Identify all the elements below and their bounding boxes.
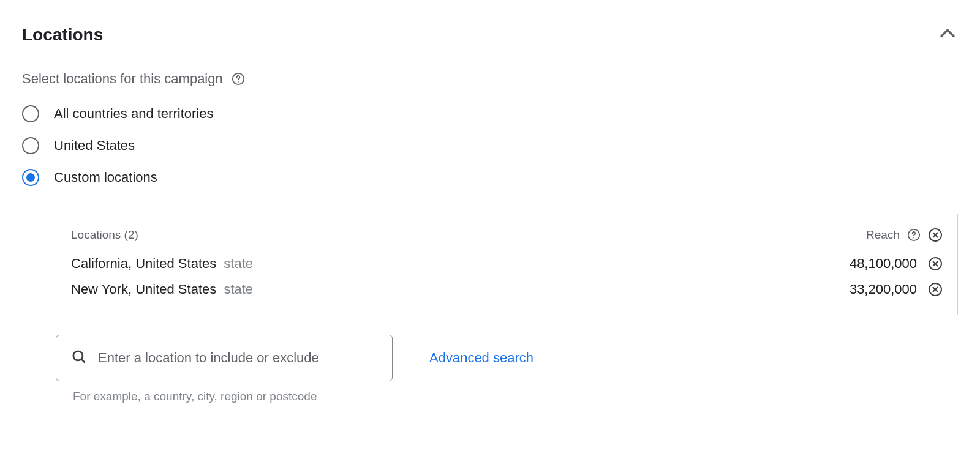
locations-box-header: Locations (2) Reach [71, 228, 943, 242]
place-type: state [224, 256, 253, 271]
reach-label: Reach [866, 228, 900, 242]
radio-circle-icon [22, 105, 39, 122]
search-hint: For example, a country, city, region or … [56, 390, 958, 403]
svg-point-1 [238, 81, 239, 83]
radio-circle-selected-icon [22, 169, 39, 186]
location-row: California, United States state 48,100,0… [71, 251, 943, 277]
place-name: California, United States [71, 256, 216, 271]
section-subtitle: Select locations for this campaign [22, 71, 223, 87]
location-search-input[interactable]: Enter a location to include or exclude [56, 335, 393, 381]
radio-all-countries[interactable]: All countries and territories [22, 105, 958, 122]
reach-value: 33,200,000 [850, 281, 917, 297]
radio-group: All countries and territories United Sta… [22, 105, 958, 186]
advanced-search-link[interactable]: Advanced search [429, 350, 533, 366]
search-placeholder: Enter a location to include or exclude [98, 350, 319, 366]
reach-value-group: 48,100,000 [850, 256, 943, 272]
reach-value: 48,100,000 [850, 256, 917, 272]
radio-label: Custom locations [54, 170, 157, 185]
radio-united-states[interactable]: United States [22, 137, 958, 154]
svg-point-3 [913, 237, 914, 239]
section-title: Locations [22, 25, 103, 45]
help-icon[interactable] [907, 228, 921, 242]
place-name: New York, United States [71, 281, 216, 297]
subtitle-row: Select locations for this campaign [22, 71, 958, 87]
section-header: Locations [22, 23, 958, 47]
remove-location-icon[interactable] [928, 282, 943, 297]
reach-value-group: 33,200,000 [850, 281, 943, 297]
search-icon [71, 349, 87, 367]
radio-custom-locations[interactable]: Custom locations [22, 169, 958, 186]
search-row: Enter a location to include or exclude A… [56, 335, 958, 381]
location-name: California, United States state [71, 256, 253, 272]
remove-location-icon[interactable] [928, 256, 943, 271]
radio-label: United States [54, 138, 135, 154]
radio-label: All countries and territories [54, 106, 213, 122]
reach-header-group: Reach [866, 228, 943, 242]
place-type: state [224, 281, 253, 297]
svg-line-14 [81, 359, 85, 362]
locations-box: Locations (2) Reach California, Unit [56, 214, 958, 315]
locations-count-label: Locations (2) [71, 228, 138, 242]
svg-point-13 [74, 351, 83, 360]
radio-circle-icon [22, 137, 39, 154]
help-icon[interactable] [232, 72, 245, 86]
location-name: New York, United States state [71, 281, 253, 297]
radio-dot-icon [26, 173, 35, 182]
location-row: New York, United States state 33,200,000 [71, 277, 943, 302]
collapse-chevron-up-icon[interactable] [937, 23, 958, 47]
remove-all-icon[interactable] [928, 228, 943, 242]
